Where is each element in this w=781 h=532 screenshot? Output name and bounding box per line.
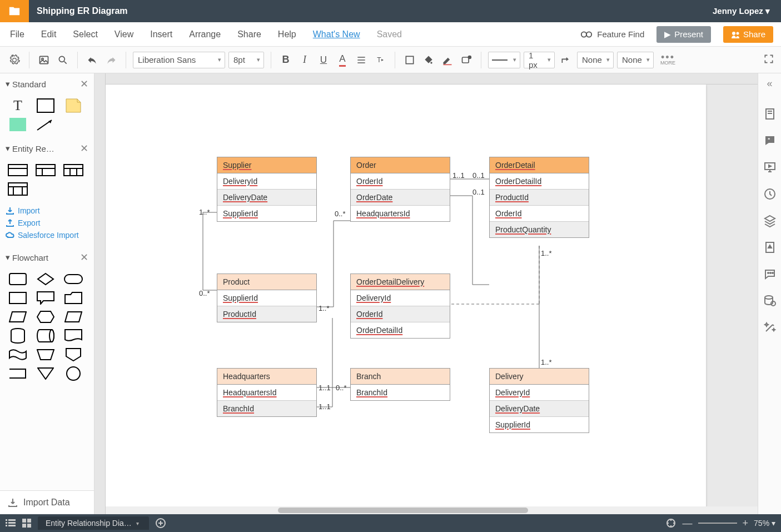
collapse-icon[interactable]: « (767, 78, 772, 90)
fc-terminator[interactable] (62, 271, 84, 287)
fc-callout[interactable] (34, 290, 57, 306)
page-tab[interactable]: Entity Relationship Dia… (38, 516, 149, 530)
close-icon[interactable]: ✕ (80, 142, 88, 155)
rectangle-shape[interactable] (34, 98, 57, 113)
entity-shape-2[interactable] (34, 162, 57, 178)
fill-rect-shape[interactable] (7, 117, 29, 132)
italic-icon[interactable]: I (297, 52, 312, 68)
text-size-icon[interactable]: T▸ (372, 52, 388, 68)
data-icon[interactable] (763, 294, 777, 307)
entity-order[interactable]: Order OrderId OrderDate HeadquartersId (350, 157, 450, 222)
fc-rect2[interactable] (7, 290, 29, 306)
border-color-icon[interactable] (440, 52, 455, 68)
fc-folder[interactable] (62, 290, 84, 306)
shape-outline-icon[interactable] (402, 52, 417, 68)
horizontal-scrollbar[interactable] (106, 506, 758, 514)
image-icon[interactable] (36, 52, 52, 68)
target-icon[interactable] (666, 518, 676, 528)
fc-doc[interactable] (62, 328, 84, 344)
fc-wave[interactable] (7, 347, 29, 362)
redo-icon[interactable] (103, 52, 119, 68)
entity-branch[interactable]: Branch BranchId (350, 368, 450, 401)
magic-icon[interactable] (763, 321, 777, 334)
section-standard[interactable]: ▾ Standard✕ (0, 73, 94, 95)
font-family-select[interactable]: Liberation Sans (133, 52, 225, 68)
menu-share[interactable]: Share (235, 27, 263, 42)
present-button[interactable]: ▶ Present (656, 26, 711, 43)
theme-icon[interactable] (763, 241, 777, 254)
fc-rect[interactable] (7, 271, 29, 287)
share-button[interactable]: Share (723, 26, 773, 43)
font-size-select[interactable]: 8pt (228, 52, 264, 68)
zoom-in-icon[interactable]: + (743, 518, 749, 529)
feature-find[interactable]: Feature Find (580, 29, 644, 39)
menu-help[interactable]: Help (276, 27, 299, 42)
entity-supplier[interactable]: Supplier DeliveryId DeliveryDate Supplie… (217, 157, 317, 222)
comment-icon[interactable]: ❝ (763, 134, 777, 147)
menu-whats-new[interactable]: What's New (311, 27, 362, 42)
menu-select[interactable]: Select (71, 27, 100, 42)
menu-view[interactable]: View (112, 27, 136, 42)
entity-delivery[interactable]: Delivery DeliveryId DeliveryDate Supplie… (489, 368, 589, 433)
zoom-level[interactable]: 75% ▾ (754, 519, 775, 528)
add-page-icon[interactable] (156, 518, 166, 528)
zoom-slider[interactable] (698, 521, 737, 525)
section-entity[interactable]: ▾ Entity Re…✕ (0, 138, 94, 159)
fc-cyl[interactable] (7, 328, 29, 344)
layers-icon[interactable] (763, 214, 777, 227)
canvas-area[interactable]: Supplier DeliveryId DeliveryDate Supplie… (94, 73, 758, 514)
line-style-select[interactable] (488, 52, 520, 68)
entity-product[interactable]: Product SupplierId ProductId (217, 274, 317, 322)
present-icon[interactable] (763, 161, 777, 174)
entity-orderdetail[interactable]: OrderDetail OrderDetailId ProductId Orde… (489, 157, 589, 238)
list-icon[interactable] (6, 519, 16, 528)
page[interactable]: Supplier DeliveryId DeliveryDate Supplie… (106, 84, 706, 506)
settings-icon[interactable] (7, 52, 22, 68)
menu-insert[interactable]: Insert (148, 27, 175, 42)
fc-diamond[interactable] (34, 271, 57, 287)
import-data-button[interactable]: Import Data (0, 490, 94, 514)
fc-trap2[interactable] (34, 347, 57, 362)
page-icon[interactable] (763, 107, 777, 121)
undo-icon[interactable] (84, 52, 100, 68)
grid-icon[interactable] (22, 519, 31, 528)
line-width-select[interactable]: 1 px (524, 52, 555, 68)
bold-icon[interactable]: B (278, 52, 294, 68)
shape-options-icon[interactable] (459, 52, 474, 68)
fc-tri[interactable] (34, 366, 57, 381)
entity-shape-4[interactable] (7, 181, 29, 197)
menu-edit[interactable]: Edit (39, 27, 59, 42)
close-icon[interactable]: ✕ (80, 78, 88, 90)
document-title[interactable]: Shipping ER Diagram (29, 6, 136, 16)
app-logo[interactable] (0, 0, 29, 22)
entity-headquarters[interactable]: Headquarters HeadquartersId BranchId (217, 368, 317, 417)
entity-shape-1[interactable] (7, 162, 29, 178)
menu-arrange[interactable]: Arrange (187, 27, 223, 42)
arrow-shape[interactable] (34, 117, 57, 132)
text-color-icon[interactable]: A (335, 52, 350, 68)
fc-pent[interactable] (62, 347, 84, 362)
fc-hex[interactable] (34, 309, 57, 325)
import-link[interactable]: Import (6, 205, 88, 217)
user-menu[interactable]: Jenny Lopez ▾ (702, 6, 781, 16)
history-icon[interactable] (763, 187, 777, 201)
section-flowchart[interactable]: ▾ Flowchart✕ (0, 247, 94, 268)
fullscreen-icon[interactable] (763, 53, 774, 66)
chat-icon[interactable] (763, 267, 777, 281)
more-button[interactable]: •••MORE (660, 54, 675, 66)
arrow-start-select[interactable]: None (577, 52, 614, 68)
salesforce-import-link[interactable]: Salesforce Import (6, 229, 88, 241)
fc-trap[interactable] (7, 309, 29, 325)
text-shape[interactable]: T (7, 98, 29, 113)
underline-icon[interactable]: U (316, 52, 331, 68)
fc-para[interactable] (62, 309, 84, 325)
entity-shape-3[interactable] (62, 162, 84, 178)
menu-file[interactable]: File (8, 27, 27, 42)
arrow-end-select[interactable]: None (617, 52, 654, 68)
export-link[interactable]: Export (6, 217, 88, 229)
fc-cyl2[interactable] (34, 328, 57, 344)
zoom-out-icon[interactable]: — (683, 518, 693, 529)
note-shape[interactable] (62, 98, 84, 113)
search-icon[interactable] (55, 52, 71, 68)
fc-circ[interactable] (62, 366, 84, 381)
